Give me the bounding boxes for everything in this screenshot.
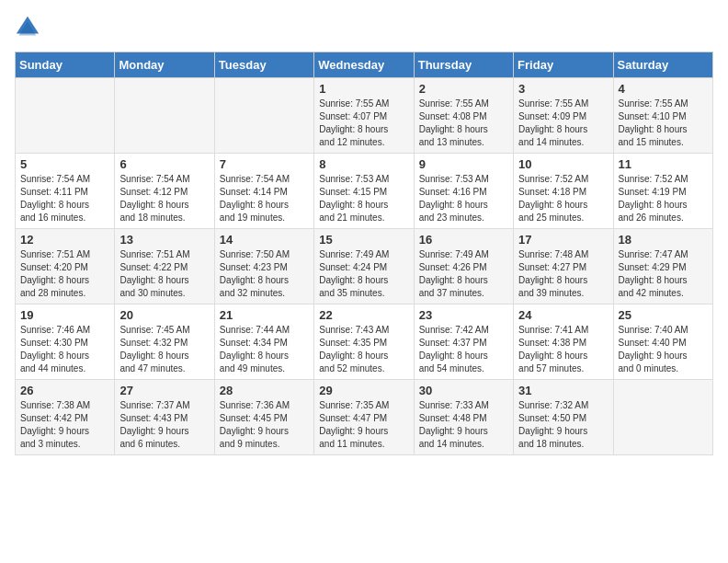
calendar-cell: 24Sunrise: 7:41 AM Sunset: 4:38 PM Dayli… (514, 304, 613, 380)
calendar-cell: 12Sunrise: 7:51 AM Sunset: 4:20 PM Dayli… (16, 229, 115, 304)
day-number: 20 (119, 308, 209, 322)
calendar-cell: 13Sunrise: 7:51 AM Sunset: 4:22 PM Dayli… (115, 229, 214, 304)
calendar-cell: 15Sunrise: 7:49 AM Sunset: 4:24 PM Dayli… (314, 229, 414, 304)
calendar-cell: 29Sunrise: 7:35 AM Sunset: 4:47 PM Dayli… (314, 380, 414, 455)
day-number: 26 (20, 384, 109, 397)
day-info: Sunrise: 7:52 AM Sunset: 4:19 PM Dayligh… (619, 173, 708, 224)
day-number: 13 (119, 233, 209, 247)
day-number: 6 (119, 157, 209, 171)
calendar-cell: 18Sunrise: 7:47 AM Sunset: 4:29 PM Dayli… (613, 229, 712, 304)
day-number: 18 (619, 233, 708, 247)
calendar-cell: 17Sunrise: 7:48 AM Sunset: 4:27 PM Dayli… (514, 229, 613, 304)
calendar-cell: 20Sunrise: 7:45 AM Sunset: 4:32 PM Dayli… (115, 304, 214, 380)
day-number: 21 (220, 308, 309, 322)
day-info: Sunrise: 7:40 AM Sunset: 4:40 PM Dayligh… (619, 324, 708, 375)
day-info: Sunrise: 7:44 AM Sunset: 4:34 PM Dayligh… (220, 324, 309, 375)
day-info: Sunrise: 7:49 AM Sunset: 4:24 PM Dayligh… (319, 248, 408, 300)
weekday-header-thursday: Thursday (414, 52, 513, 78)
calendar-cell: 21Sunrise: 7:44 AM Sunset: 4:34 PM Dayli… (214, 304, 313, 380)
day-number: 31 (518, 384, 608, 397)
day-info: Sunrise: 7:54 AM Sunset: 4:14 PM Dayligh… (220, 173, 309, 224)
calendar-cell: 28Sunrise: 7:36 AM Sunset: 4:45 PM Dayli… (214, 380, 313, 455)
day-info: Sunrise: 7:54 AM Sunset: 4:11 PM Dayligh… (20, 173, 109, 224)
calendar-cell: 6Sunrise: 7:54 AM Sunset: 4:12 PM Daylig… (115, 154, 214, 229)
day-info: Sunrise: 7:37 AM Sunset: 4:43 PM Dayligh… (119, 399, 209, 451)
day-number: 25 (619, 308, 708, 322)
day-number: 8 (319, 157, 408, 171)
day-number: 5 (20, 157, 109, 171)
day-info: Sunrise: 7:52 AM Sunset: 4:18 PM Dayligh… (518, 173, 608, 224)
day-info: Sunrise: 7:47 AM Sunset: 4:29 PM Dayligh… (619, 248, 708, 300)
day-number: 28 (220, 384, 309, 397)
calendar-cell: 30Sunrise: 7:33 AM Sunset: 4:48 PM Dayli… (414, 380, 513, 455)
day-number: 27 (119, 384, 209, 397)
calendar-cell: 23Sunrise: 7:42 AM Sunset: 4:37 PM Dayli… (414, 304, 513, 380)
day-number: 14 (220, 233, 309, 247)
day-number: 29 (319, 384, 408, 397)
day-number: 30 (419, 384, 508, 397)
day-number: 22 (319, 308, 408, 322)
calendar-cell (16, 78, 115, 154)
day-info: Sunrise: 7:38 AM Sunset: 4:42 PM Dayligh… (20, 399, 109, 451)
day-info: Sunrise: 7:45 AM Sunset: 4:32 PM Dayligh… (119, 324, 209, 375)
calendar-cell: 4Sunrise: 7:55 AM Sunset: 4:10 PM Daylig… (613, 78, 712, 154)
logo (15, 15, 44, 40)
calendar-cell: 3Sunrise: 7:55 AM Sunset: 4:09 PM Daylig… (514, 78, 613, 154)
day-info: Sunrise: 7:33 AM Sunset: 4:48 PM Dayligh… (419, 399, 508, 451)
calendar-cell: 25Sunrise: 7:40 AM Sunset: 4:40 PM Dayli… (613, 304, 712, 380)
logo-icon (15, 15, 40, 40)
day-info: Sunrise: 7:43 AM Sunset: 4:35 PM Dayligh… (319, 324, 408, 375)
day-number: 10 (518, 157, 608, 171)
day-number: 23 (419, 308, 508, 322)
calendar-table: SundayMondayTuesdayWednesdayThursdayFrid… (15, 52, 713, 455)
day-number: 9 (419, 157, 508, 171)
day-number: 15 (319, 233, 408, 247)
day-number: 7 (220, 157, 309, 171)
day-info: Sunrise: 7:55 AM Sunset: 4:07 PM Dayligh… (319, 98, 408, 149)
day-info: Sunrise: 7:55 AM Sunset: 4:09 PM Dayligh… (518, 98, 608, 149)
day-info: Sunrise: 7:32 AM Sunset: 4:50 PM Dayligh… (518, 399, 608, 451)
day-info: Sunrise: 7:55 AM Sunset: 4:10 PM Dayligh… (619, 98, 708, 149)
day-number: 11 (619, 157, 708, 171)
weekday-header-friday: Friday (514, 52, 613, 78)
day-info: Sunrise: 7:49 AM Sunset: 4:26 PM Dayligh… (419, 248, 508, 300)
day-info: Sunrise: 7:53 AM Sunset: 4:16 PM Dayligh… (419, 173, 508, 224)
day-info: Sunrise: 7:51 AM Sunset: 4:22 PM Dayligh… (119, 248, 209, 300)
day-info: Sunrise: 7:53 AM Sunset: 4:15 PM Dayligh… (319, 173, 408, 224)
calendar-cell: 31Sunrise: 7:32 AM Sunset: 4:50 PM Dayli… (514, 380, 613, 455)
day-info: Sunrise: 7:35 AM Sunset: 4:47 PM Dayligh… (319, 399, 408, 451)
weekday-header-monday: Monday (115, 52, 214, 78)
day-number: 2 (419, 82, 508, 96)
calendar-cell: 5Sunrise: 7:54 AM Sunset: 4:11 PM Daylig… (16, 154, 115, 229)
calendar-cell: 9Sunrise: 7:53 AM Sunset: 4:16 PM Daylig… (414, 154, 513, 229)
calendar-cell: 26Sunrise: 7:38 AM Sunset: 4:42 PM Dayli… (16, 380, 115, 455)
calendar-cell: 16Sunrise: 7:49 AM Sunset: 4:26 PM Dayli… (414, 229, 513, 304)
day-number: 19 (20, 308, 109, 322)
day-info: Sunrise: 7:51 AM Sunset: 4:20 PM Dayligh… (20, 248, 109, 300)
calendar-cell: 27Sunrise: 7:37 AM Sunset: 4:43 PM Dayli… (115, 380, 214, 455)
calendar-cell: 10Sunrise: 7:52 AM Sunset: 4:18 PM Dayli… (514, 154, 613, 229)
day-number: 24 (518, 308, 608, 322)
calendar-cell: 2Sunrise: 7:55 AM Sunset: 4:08 PM Daylig… (414, 78, 513, 154)
day-info: Sunrise: 7:42 AM Sunset: 4:37 PM Dayligh… (419, 324, 508, 375)
day-info: Sunrise: 7:48 AM Sunset: 4:27 PM Dayligh… (518, 248, 608, 300)
calendar-cell: 8Sunrise: 7:53 AM Sunset: 4:15 PM Daylig… (314, 154, 414, 229)
calendar-cell (115, 78, 214, 154)
day-info: Sunrise: 7:41 AM Sunset: 4:38 PM Dayligh… (518, 324, 608, 375)
weekday-header-tuesday: Tuesday (214, 52, 313, 78)
calendar-cell: 1Sunrise: 7:55 AM Sunset: 4:07 PM Daylig… (314, 78, 414, 154)
day-number: 17 (518, 233, 608, 247)
day-info: Sunrise: 7:54 AM Sunset: 4:12 PM Dayligh… (119, 173, 209, 224)
day-info: Sunrise: 7:50 AM Sunset: 4:23 PM Dayligh… (220, 248, 309, 300)
weekday-header-saturday: Saturday (613, 52, 712, 78)
day-info: Sunrise: 7:46 AM Sunset: 4:30 PM Dayligh… (20, 324, 109, 375)
day-info: Sunrise: 7:36 AM Sunset: 4:45 PM Dayligh… (220, 399, 309, 451)
calendar-cell: 11Sunrise: 7:52 AM Sunset: 4:19 PM Dayli… (613, 154, 712, 229)
calendar-cell: 7Sunrise: 7:54 AM Sunset: 4:14 PM Daylig… (214, 154, 313, 229)
calendar-cell: 14Sunrise: 7:50 AM Sunset: 4:23 PM Dayli… (214, 229, 313, 304)
day-info: Sunrise: 7:55 AM Sunset: 4:08 PM Dayligh… (419, 98, 508, 149)
calendar-cell (214, 78, 313, 154)
calendar-cell: 22Sunrise: 7:43 AM Sunset: 4:35 PM Dayli… (314, 304, 414, 380)
calendar-cell (613, 380, 712, 455)
day-number: 12 (20, 233, 109, 247)
